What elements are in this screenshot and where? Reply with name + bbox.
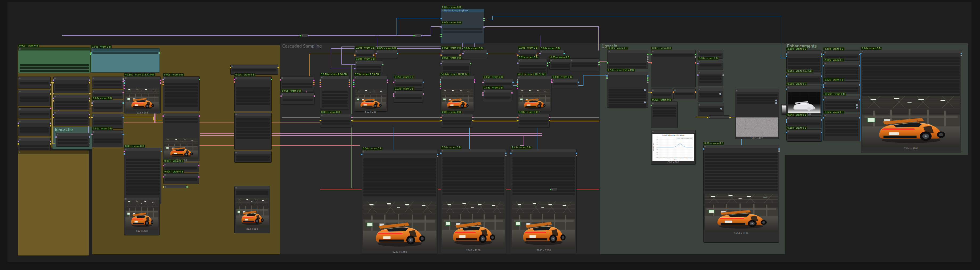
concept-node-8-output-purple-port[interactable]	[89, 114, 90, 115]
cs-preview-final-2-widget-9[interactable]	[442, 181, 504, 184]
cs-left-node-1-output-orange-port[interactable]	[313, 82, 315, 83]
cs-a-top-1-output-orange-port[interactable]	[373, 54, 374, 56]
reroute-collapsed-2-input-green-port[interactable]	[413, 35, 415, 36]
base-big-rows-widget-1[interactable]	[126, 159, 160, 161]
up-rc-3[interactable]	[698, 71, 723, 86]
enh-node-1-output-green-port[interactable]	[821, 55, 822, 57]
cs-left-node-2-titlebar[interactable]	[281, 93, 314, 96]
model-sampling-flux-widget-2[interactable]	[442, 31, 482, 33]
cs-left-node-1-input-magenta-port[interactable]	[280, 79, 281, 81]
cs-preview-final-1[interactable]: 0.00s - vram 0 B 2240 x 1260	[362, 150, 438, 254]
up-rc-1-titlebar[interactable]	[698, 50, 723, 53]
concept-node-5-input-purple-port[interactable]	[18, 141, 19, 142]
cs-preview-a-input-magenta-port[interactable]	[353, 86, 355, 87]
enh-node-1-widget-2[interactable]	[788, 60, 820, 62]
cs-preview-final-1-widget-12[interactable]	[363, 191, 436, 193]
cs-sampler-a-input-gray-port[interactable]	[320, 79, 321, 81]
concept-node-3[interactable]	[18, 107, 51, 118]
collapse-icon[interactable]	[824, 82, 826, 84]
base-right-rows-titlebar[interactable]	[235, 77, 271, 79]
model-sampling-flux[interactable]: ModelSamplingFlux0.00s - vram 0 B0.00s -…	[441, 9, 484, 43]
enh-preview-final-input-blue-port[interactable]	[860, 53, 861, 54]
preview-image-base-titlebar[interactable]	[124, 77, 160, 79]
enh-preview-final-widget-3[interactable]	[862, 63, 960, 65]
base-node-4-output-blue-port[interactable]	[123, 117, 124, 118]
cs-preview-final-3-widget-9[interactable]	[512, 181, 575, 184]
base-right-rows-widget-1[interactable]	[236, 87, 270, 90]
collapse-icon[interactable]	[442, 10, 444, 11]
collapse-icon[interactable]	[165, 186, 166, 188]
concept-node-2-output-yellow-port[interactable]	[50, 93, 51, 95]
clip-text-encode-concept[interactable]: 0.00s - vram 0 B	[18, 47, 91, 73]
cs-sampler-a[interactable]: 15.19s - vram 9.86 GB	[320, 76, 349, 109]
up-upscale-model-widget-2[interactable]	[609, 92, 646, 93]
collapse-icon[interactable]	[164, 174, 165, 176]
cs-a-top-1-input-orange-port[interactable]	[354, 54, 355, 56]
up-rc-5[interactable]	[698, 103, 724, 116]
base-rows-node-titlebar[interactable]	[163, 77, 199, 79]
model-sampling-flux-input-blue-port[interactable]	[441, 18, 442, 19]
enh-node-1-output-blue-port[interactable]	[821, 54, 822, 55]
base-big-rows-output-blue-port[interactable]	[161, 151, 162, 152]
up-upscale-model-widget-7[interactable]	[609, 104, 646, 106]
cs-a-top-2-input-purple-port[interactable]	[375, 53, 377, 54]
cs-c-mid-output-green-port[interactable]	[547, 65, 548, 66]
enh-preview-final[interactable]: 4.26s - vram 0 B 5544 x 3104	[861, 50, 961, 153]
up-upscale-model-output-blue-port[interactable]	[647, 75, 648, 77]
cs-preview-final-3-widget-10[interactable]	[512, 184, 575, 186]
enh-mid-5-widget-6[interactable]	[825, 134, 858, 136]
cs-preview-final-1-widget-11[interactable]	[363, 188, 436, 191]
up-preview-final-widget-4[interactable]	[705, 162, 778, 164]
cs-preview-final-3-widget-12[interactable]	[512, 190, 575, 193]
cs-preview-a[interactable]: 0.03s - vram 1.53 GB 512 x 288	[354, 76, 388, 112]
collapse-icon[interactable]	[608, 73, 609, 74]
base-top-node-titlebar[interactable]	[231, 65, 278, 68]
collapse-icon[interactable]	[92, 49, 93, 51]
base-rows-node-widget-8[interactable]	[165, 104, 198, 107]
enh-mid-2-widget-4[interactable]	[825, 75, 858, 77]
cs-c-below-input-salmon-port[interactable]	[517, 117, 519, 118]
enh-node-4-widget-1[interactable]	[788, 134, 820, 137]
base-rows-node-widget-2[interactable]	[165, 86, 198, 88]
cs-a-below-widget-2[interactable]	[322, 123, 350, 125]
collapse-icon[interactable]	[552, 189, 553, 190]
enh-mid-5-widget-4[interactable]	[825, 129, 858, 131]
concept-node-8-input-yellow-port[interactable]	[53, 117, 54, 118]
collapse-icon[interactable]	[704, 146, 706, 147]
cs-preview-final-2-widget-12[interactable]	[442, 190, 504, 193]
base-right-rows-widget-5[interactable]	[236, 99, 270, 102]
cs-b-top-2-titlebar[interactable]	[463, 50, 487, 53]
cs-sampler-b-output-magenta-port[interactable]	[474, 79, 476, 81]
collapse-icon[interactable]	[824, 52, 826, 53]
enh-mid-4[interactable]: 11.20s - vram 0 B	[823, 96, 860, 112]
model-sampling-flux-output-green-port[interactable]	[483, 18, 485, 19]
enh-mid-4-input-blue-port[interactable]	[823, 99, 824, 101]
concept-node-6-output-yellow-port[interactable]	[89, 82, 90, 84]
cs-a-mid-widget-1[interactable]	[356, 66, 381, 68]
base-right-rows-2-titlebar[interactable]	[235, 113, 271, 116]
model-sampling-flux-input-green-port[interactable]	[441, 36, 442, 37]
base-right-rows[interactable]: 0.00s - vram 0 B	[234, 76, 272, 111]
cs-sampler-a-widget-3[interactable]	[322, 97, 348, 99]
enh-preview-final-widget-13[interactable]	[862, 91, 960, 93]
enh-mid-1-titlebar[interactable]	[824, 51, 860, 54]
base-node-5[interactable]: 0.01s - vram 0 B	[92, 130, 123, 147]
collapse-icon[interactable]	[442, 61, 444, 62]
enh-node-1-widget-3[interactable]	[788, 63, 820, 65]
enh-mid-4-widget-1[interactable]	[825, 101, 858, 103]
up-preview-final-widget-8[interactable]	[705, 174, 778, 176]
preview-image-base-2-titlebar[interactable]	[163, 113, 199, 116]
clip-text-encode-concept-widget-3[interactable]	[20, 70, 89, 72]
cs-preview-final-2-widget-8[interactable]	[442, 178, 504, 180]
cs-sampler-a-widget-2[interactable]	[322, 94, 348, 96]
concept-node-6-output-purple-port[interactable]	[89, 79, 90, 81]
enh-node-2-widget-1[interactable]	[788, 77, 820, 80]
concept-node-4-widget-2[interactable]	[20, 130, 49, 133]
up-upscale-model-output-gray-port[interactable]	[647, 82, 648, 83]
cs-preview-final-2-widget-3[interactable]	[442, 163, 504, 166]
cs-preview-final-1-widget-10[interactable]	[363, 185, 436, 188]
teacache-inner-node-input-purple-port[interactable]	[56, 136, 57, 137]
enh-mid-3-widget-2[interactable]	[825, 90, 858, 92]
cs-left-node-1-widget-1[interactable]	[282, 83, 312, 85]
base-big-rows[interactable]: 0.00s - vram 0 B	[124, 148, 161, 204]
